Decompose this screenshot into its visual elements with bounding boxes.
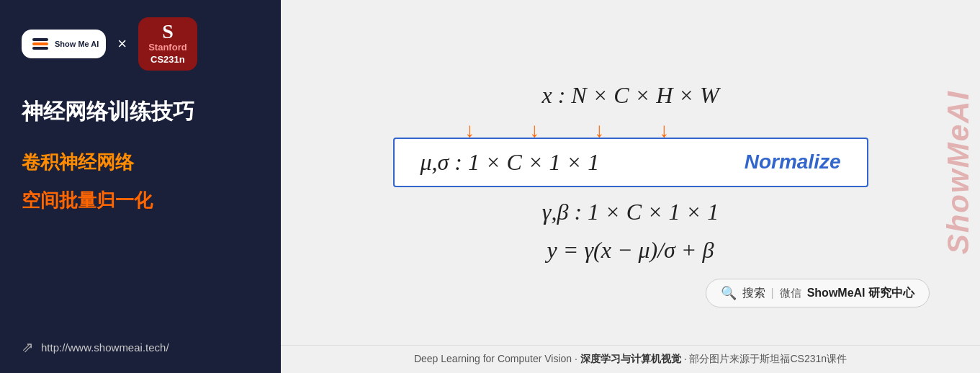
cursor-icon: ⇗ [22, 338, 34, 356]
stanford-badge[interactable]: S Stanford CS231n [138, 17, 197, 71]
showmeai-logo-badge[interactable]: Show Me AI [22, 30, 106, 58]
watermark-text: ShowMeAI [941, 90, 976, 254]
brand-name: ShowMeAI 研究中心 [807, 286, 914, 301]
showmeai-text: Show Me AI [55, 40, 99, 48]
search-icon: 🔍 [721, 285, 737, 301]
formula-y: y = γ(x − μ)/σ + β [547, 237, 714, 264]
watermark-overlay: ShowMeAI [937, 0, 980, 345]
stanford-s-letter: S [162, 22, 174, 42]
footer-text-en: Deep Learning for Computer Vision [414, 353, 572, 364]
main-content: ShowMeAI x : N × C × H × W ↓ ↓ ↓ ↓ μ,σ :… [281, 0, 980, 373]
search-divider: | [771, 287, 774, 300]
sidebar-footer: ⇗ http://www.showmeai.tech/ [22, 338, 259, 356]
formula-mu-sigma: μ,σ : 1 × C × 1 × 1 [421, 149, 600, 176]
website-url[interactable]: http://www.showmeai.tech/ [41, 341, 169, 354]
footer-dot-2: · [684, 353, 687, 364]
search-text: 搜索 [742, 286, 765, 301]
content-area: ShowMeAI x : N × C × H × W ↓ ↓ ↓ ↓ μ,σ :… [281, 0, 980, 345]
normalize-label: Normalize [745, 150, 841, 174]
nav-item-spatial-bn[interactable]: 空间批量归一化 [22, 188, 259, 213]
footer-text-cn: 深度学习与计算机视觉 [580, 353, 681, 364]
nav-label-cnn[interactable]: 卷积神经网络 [22, 150, 259, 175]
formula-container: x : N × C × H × W ↓ ↓ ↓ ↓ μ,σ : 1 × C × … [343, 82, 919, 264]
cross-symbol: × [117, 35, 127, 53]
sidebar: Show Me AI × S Stanford CS231n 神经网络训练技巧 … [0, 0, 281, 373]
wechat-label: 微信 [780, 287, 801, 300]
nav-item-cnn[interactable]: 卷积神经网络 [22, 150, 259, 181]
main-title: 神经网络训练技巧 [22, 96, 259, 127]
footer-dot-1: · [575, 353, 577, 364]
stanford-text: Stanford CS231n [148, 42, 186, 66]
content-footer: Deep Learning for Computer Vision · 深度学习… [281, 345, 980, 373]
search-bar[interactable]: 🔍 搜索 | 微信 ShowMeAI 研究中心 [706, 279, 930, 307]
normalize-box: μ,σ : 1 × C × 1 × 1 Normalize [393, 138, 868, 187]
formula-x: x : N × C × H × W [541, 82, 719, 109]
showmeai-icon [29, 34, 52, 54]
logo-area: Show Me AI × S Stanford CS231n [22, 17, 259, 71]
arrows-and-normalize: ↓ ↓ ↓ ↓ μ,σ : 1 × C × 1 × 1 Normalize [393, 120, 868, 187]
footer-text-source: 部分图片来源于斯坦福CS231n课件 [689, 353, 847, 364]
nav-label-spatial-bn[interactable]: 空间批量归一化 [22, 188, 259, 213]
formula-gamma: γ,β : 1 × C × 1 × 1 [542, 199, 719, 225]
